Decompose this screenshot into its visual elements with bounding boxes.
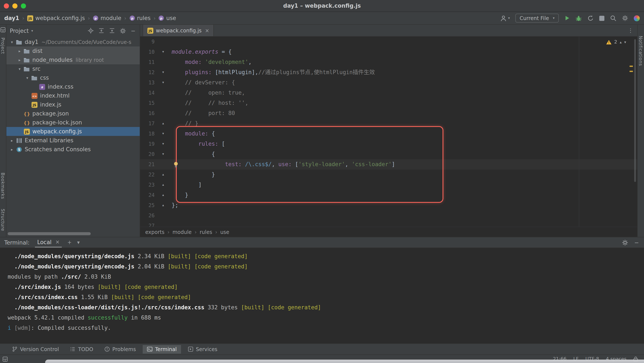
tree-item-package-lock-json[interactable]: {}package-lock.json [6, 118, 140, 127]
nav-breadcrumb-module[interactable]: pmodule [93, 15, 121, 21]
horizontal-scrollbar[interactable] [8, 232, 91, 235]
terminal-output[interactable]: ./node_modules/querystring/decode.js 2.3… [0, 248, 644, 344]
stop-button[interactable] [599, 16, 604, 21]
tree-item-index-css[interactable]: #index.css [6, 82, 140, 91]
code-line-14[interactable]: 14 // open: true, [140, 88, 637, 98]
project-view-selector[interactable]: Project ▾ [10, 28, 33, 34]
tree-expand-icon[interactable]: ▸ [16, 58, 22, 62]
editor-options-icon[interactable]: ⋮ [628, 27, 633, 34]
select-opened-file-icon[interactable] [88, 28, 94, 34]
editor-breadcrumb-module[interactable]: module [172, 229, 192, 235]
terminal-settings-icon[interactable] [622, 239, 628, 246]
tree-collapse-icon[interactable]: ▾ [16, 67, 22, 71]
editor-breadcrumb-use[interactable]: use [220, 229, 229, 235]
plugin-icon[interactable] [634, 15, 640, 21]
tree-item-index-js[interactable]: JSindex.js [6, 100, 140, 109]
user-profile-button[interactable]: ▾ [500, 15, 510, 22]
fold-down-icon[interactable]: ▾ [154, 47, 172, 57]
terminal-tab-local[interactable]: Local × [35, 237, 62, 248]
toolwindow-button-terminal[interactable]: Terminal [143, 345, 181, 354]
tree-collapse-icon[interactable]: ▾ [24, 76, 30, 80]
nav-breadcrumb-rules[interactable]: prules [129, 15, 150, 21]
close-window-button[interactable] [4, 3, 9, 8]
tree-expand-icon[interactable]: ▸ [9, 147, 15, 152]
stripe-button-structure[interactable]: Structure [0, 208, 6, 231]
tree-item-css[interactable]: ▾css [6, 73, 140, 82]
tool-windows-toggle-icon[interactable] [2, 356, 8, 362]
debug-button[interactable] [576, 15, 582, 21]
fold-up-icon[interactable]: ▴ [154, 180, 172, 190]
fold-down-icon[interactable]: ▾ [154, 67, 172, 78]
fold-up-icon[interactable]: ▴ [154, 170, 172, 180]
tree-item-day1[interactable]: ▾day1~/Documents/Code/VueCode/vue-s [6, 38, 140, 46]
settings-icon[interactable] [622, 15, 628, 21]
code-editor[interactable]: 910▾module.exports = {11 mode: 'developm… [140, 37, 637, 227]
tree-item-scratches-and-consoles[interactable]: ▸SScratches and Consoles [6, 145, 140, 154]
code-line-17[interactable]: 17▴ // } [140, 118, 637, 129]
tree-expand-icon[interactable]: ▸ [16, 49, 22, 53]
tree-item-webpack-config-js[interactable]: JSwebpack.config.js [6, 127, 140, 136]
fold-down-icon[interactable]: ▾ [154, 129, 172, 139]
warning-stripe-mark[interactable] [630, 66, 633, 67]
editor-scrollbar[interactable] [634, 39, 636, 182]
toolwindow-button-version-control[interactable]: Version Control [8, 345, 63, 354]
intention-bulb-icon[interactable] [173, 162, 178, 168]
code-line-25[interactable]: 25▴}; [140, 200, 637, 210]
code-line-11[interactable]: 11 mode: 'development', [140, 57, 637, 67]
toolwindow-button-services[interactable]: Services [184, 345, 222, 354]
editor-breadcrumb-exports[interactable]: exports [145, 229, 164, 235]
code-line-16[interactable]: 16 // port: 80 [140, 108, 637, 118]
editor-tab-webpack-config-js[interactable]: JS webpack.config.js × [143, 25, 214, 36]
tree-item-package-json[interactable]: {}package.json [6, 109, 140, 118]
rerun-button[interactable] [587, 15, 594, 21]
fold-up-icon[interactable]: ▴ [154, 200, 172, 210]
code-line-27[interactable]: 27 [140, 221, 637, 227]
fold-down-icon[interactable]: ▾ [154, 139, 172, 149]
toolwindow-button-problems[interactable]: Problems [100, 345, 140, 354]
nav-breadcrumb-day1[interactable]: day1 [4, 15, 19, 21]
code-line-12[interactable]: 12▾ plugins: [htmlPlugin],//通过plugins节点,… [140, 67, 637, 78]
run-button[interactable] [564, 15, 570, 21]
project-stripe-icon[interactable] [0, 27, 6, 32]
code-line-22[interactable]: 22▴ } [140, 170, 637, 180]
code-line-9[interactable]: 9 [140, 37, 637, 47]
zoom-window-button[interactable] [21, 3, 26, 8]
code-line-20[interactable]: 20▾ { [140, 149, 637, 159]
macos-dock[interactable] [45, 360, 644, 363]
expand-all-icon[interactable] [98, 28, 104, 34]
inspections-widget[interactable]: 2 ▴ ▾ [606, 39, 626, 45]
hide-terminal-icon[interactable]: − [634, 239, 639, 246]
prev-warning-icon[interactable]: ▴ [620, 40, 622, 44]
code-line-21[interactable]: 21 test: /\.css$/, use: ['style-loader',… [140, 159, 637, 170]
editor-breadcrumb-rules[interactable]: rules [200, 229, 212, 235]
nav-breadcrumb-webpack-config-js[interactable]: JSwebpack.config.js [27, 15, 85, 21]
tree-item-node-modules[interactable]: ▸node_moduleslibrary root [6, 56, 140, 64]
next-warning-icon[interactable]: ▾ [624, 40, 626, 44]
fold-up-icon[interactable]: ▴ [154, 118, 172, 129]
minimize-window-button[interactable] [12, 3, 18, 8]
stripe-button-bookmarks[interactable]: Bookmarks [0, 173, 6, 200]
tree-collapse-icon[interactable]: ▾ [9, 40, 15, 44]
code-line-24[interactable]: 24▴ } [140, 190, 637, 200]
nav-breadcrumb-use[interactable]: puse [159, 15, 176, 21]
terminal-dropdown-icon[interactable]: ▾ [77, 240, 80, 246]
close-terminal-tab-icon[interactable]: × [55, 239, 60, 245]
new-terminal-session-icon[interactable]: + [67, 240, 72, 246]
close-tab-icon[interactable]: × [205, 28, 209, 34]
tree-item-src[interactable]: ▾src [6, 64, 140, 73]
code-line-13[interactable]: 13▾ // devServer: { [140, 78, 637, 88]
run-configuration-select[interactable]: Current File ▾ [515, 14, 559, 22]
code-line-23[interactable]: 23▴ ] [140, 180, 637, 190]
code-line-15[interactable]: 15 // // host: '', [140, 98, 637, 108]
fold-up-icon[interactable]: ▴ [154, 190, 172, 200]
fold-down-icon[interactable]: ▾ [154, 78, 172, 88]
tree-item-index-html[interactable]: <>index.html [6, 91, 140, 100]
toolwindow-button-todo[interactable]: TODO [66, 345, 98, 354]
code-line-18[interactable]: 18▾ module: { [140, 129, 637, 139]
fold-down-icon[interactable]: ▾ [154, 149, 172, 159]
code-line-26[interactable]: 26 [140, 210, 637, 221]
project-options-icon[interactable] [120, 28, 126, 34]
stripe-button-notifications[interactable]: Notifications [638, 36, 643, 66]
collapse-all-icon[interactable] [109, 28, 115, 34]
tree-expand-icon[interactable]: ▸ [9, 138, 15, 142]
